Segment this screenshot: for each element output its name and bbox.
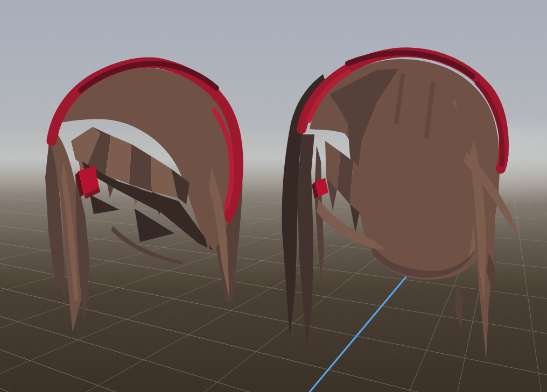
viewport[interactable] — [0, 0, 547, 392]
scene-3d[interactable] — [0, 0, 547, 392]
